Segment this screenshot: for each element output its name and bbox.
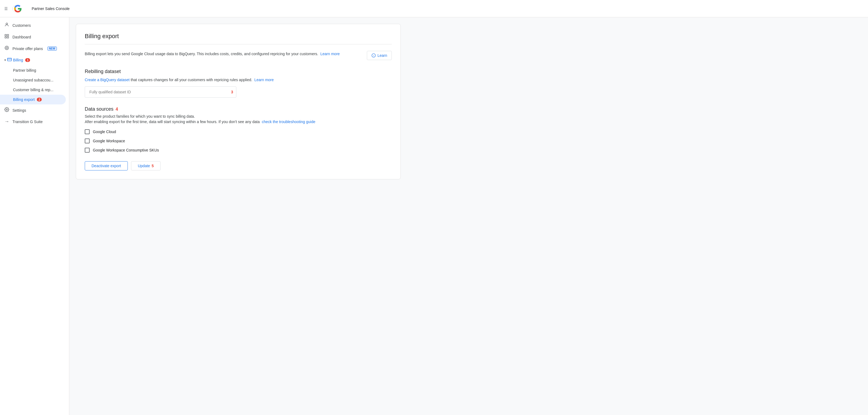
svg-rect-6 — [7, 37, 9, 38]
description-row: Billing export lets you send Google Clou… — [85, 51, 392, 60]
sidebar-item-partner-billing[interactable]: Partner billing — [0, 66, 66, 75]
dataset-id-input[interactable] — [85, 86, 236, 98]
sidebar-item-private-offer-plans[interactable]: Private offer plans NEW — [0, 43, 66, 55]
update-button[interactable]: Update 5 — [131, 161, 160, 170]
checkbox-google-cloud-label: Google Cloud — [93, 130, 116, 134]
svg-rect-4 — [7, 34, 9, 36]
sidebar-item-unassigned-subaccounts[interactable]: Unassigned subaccou... — [0, 75, 66, 85]
topbar: ☰ G Partner Sales Console — [0, 0, 868, 17]
description-text: Billing export lets you send Google Clou… — [85, 51, 363, 57]
billing-export-badge: 2 — [37, 98, 42, 101]
checkbox-google-workspace-consumptive[interactable]: Google Workspace Consumptive SKUs — [85, 148, 392, 152]
dataset-input-wrapper: 3 — [85, 86, 236, 98]
app-title: Partner Sales Console — [32, 6, 69, 11]
app-logo: G Partner Sales Console — [12, 5, 69, 12]
svg-point-11 — [6, 109, 7, 110]
svg-rect-5 — [5, 37, 6, 38]
sidebar-item-transition-g-suite[interactable]: → Transition G Suite — [0, 116, 66, 127]
sidebar-item-settings[interactable]: Settings — [0, 104, 66, 116]
sidebar-item-billing[interactable]: ▾ Billing 1 — [0, 55, 66, 66]
checkbox-google-cloud[interactable]: Google Cloud — [85, 129, 392, 134]
main-content: Billing export Billing export lets you s… — [69, 17, 868, 415]
sidebar-item-dashboard[interactable]: Dashboard — [0, 31, 66, 43]
update-button-badge: 5 — [152, 164, 154, 168]
google-g-icon — [14, 5, 22, 12]
svg-point-8 — [6, 47, 7, 49]
rebilling-sub-text: Create a BigQuery dataset that captures … — [85, 78, 392, 82]
checkbox-google-cloud-box — [85, 129, 90, 134]
svg-rect-3 — [5, 34, 6, 36]
learn-button[interactable]: Learn — [367, 51, 392, 60]
svg-point-2 — [6, 23, 7, 25]
dataset-input-badge: 3 — [231, 90, 233, 94]
checkbox-google-workspace-box — [85, 139, 90, 143]
sidebar-unassigned-label: Unassigned subaccou... — [13, 78, 53, 82]
checkbox-group: Google Cloud Google Workspace Google Wor… — [85, 129, 392, 152]
sidebar-customers-label: Customers — [12, 23, 31, 28]
billing-icon — [7, 57, 12, 63]
transition-icon: → — [4, 119, 9, 125]
sidebar-item-customers[interactable]: Customers — [0, 20, 66, 31]
checkbox-google-workspace-consumptive-label: Google Workspace Consumptive SKUs — [93, 148, 159, 152]
billing-arrow-icon: ▾ — [4, 58, 6, 62]
dashboard-icon — [4, 34, 9, 40]
description-learn-more-link[interactable]: Learn more — [320, 52, 340, 56]
sidebar-dashboard-label: Dashboard — [12, 35, 31, 39]
data-sources-section: Data sources 4 Select the product famili… — [85, 106, 392, 170]
data-sources-badge: 4 — [116, 107, 118, 112]
sidebar-customer-billing-label: Customer billing & rep... — [13, 88, 53, 92]
deactivate-export-button[interactable]: Deactivate export — [85, 161, 128, 170]
rebilling-dataset-title: Rebilling dataset — [85, 69, 392, 74]
sidebar-settings-label: Settings — [12, 108, 26, 112]
menu-icon[interactable]: ☰ — [4, 6, 8, 11]
main-layout: Customers Dashboard Private offer plans … — [0, 17, 868, 415]
customers-icon — [4, 22, 9, 28]
sidebar-item-customer-billing[interactable]: Customer billing & rep... — [0, 85, 66, 95]
billing-export-card: Billing export Billing export lets you s… — [76, 24, 401, 179]
sidebar-partner-billing-label: Partner billing — [13, 68, 36, 72]
svg-point-7 — [5, 46, 9, 50]
select-text: Select the product families for which yo… — [85, 114, 392, 118]
rebilling-learn-more-link[interactable]: Learn more — [254, 78, 274, 82]
private-offer-icon — [4, 45, 9, 52]
checkbox-google-workspace-consumptive-box — [85, 148, 90, 152]
create-bigquery-link[interactable]: Create a BigQuery dataset — [85, 78, 130, 82]
troubleshoot-link[interactable]: check the troubleshooting guide — [262, 119, 315, 124]
sidebar-item-billing-export[interactable]: Billing export 2 — [0, 95, 66, 104]
svg-rect-9 — [7, 58, 12, 61]
checkbox-google-workspace[interactable]: Google Workspace — [85, 139, 392, 143]
checkbox-google-workspace-label: Google Workspace — [93, 139, 125, 143]
troubleshoot-text: After enabling export for the first time… — [85, 119, 392, 124]
billing-badge: 1 — [25, 58, 30, 62]
settings-icon — [4, 107, 9, 113]
page-title: Billing export — [85, 33, 392, 44]
data-sources-title: Data sources — [85, 106, 114, 112]
action-buttons: Deactivate export Update 5 — [85, 161, 392, 170]
data-sources-header: Data sources 4 — [85, 106, 392, 112]
sidebar-billing-export-label: Billing export — [13, 97, 35, 102]
sidebar-private-offer-label: Private offer plans — [12, 46, 43, 51]
sidebar-billing-label: Billing — [13, 58, 23, 62]
sidebar: Customers Dashboard Private offer plans … — [0, 17, 69, 415]
learn-button-icon — [371, 53, 376, 58]
rebilling-dataset-section: Rebilling dataset Create a BigQuery data… — [85, 69, 392, 98]
new-badge: NEW — [48, 46, 57, 50]
sidebar-transition-label: Transition G Suite — [12, 119, 43, 124]
